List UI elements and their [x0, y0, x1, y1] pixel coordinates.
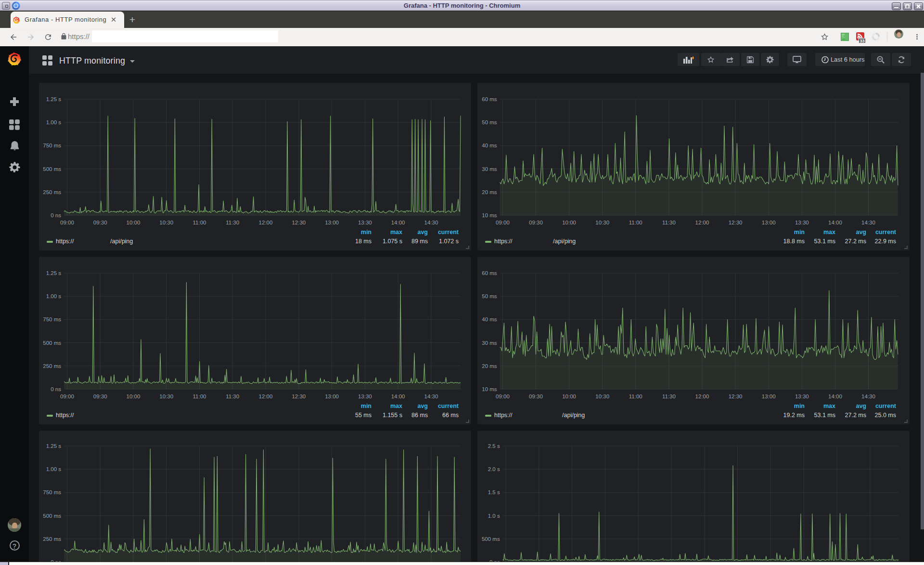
svg-text:09:00: 09:00 — [496, 394, 510, 399]
svg-text:12:30: 12:30 — [292, 394, 306, 399]
svg-text:30 ms: 30 ms — [482, 166, 497, 172]
svg-text:1.00 s: 1.00 s — [46, 466, 62, 472]
svg-text:10:00: 10:00 — [127, 394, 141, 399]
svg-text:11:00: 11:00 — [629, 394, 642, 399]
svg-text:500 ms: 500 ms — [482, 536, 500, 541]
svg-text:500 ms: 500 ms — [43, 340, 61, 346]
svg-text:1.0 s: 1.0 s — [488, 512, 500, 518]
svg-text:09:30: 09:30 — [93, 394, 107, 399]
svg-text:14:30: 14:30 — [861, 394, 875, 399]
svg-text:12:00: 12:00 — [695, 394, 709, 399]
svg-text:13:00: 13:00 — [762, 220, 776, 225]
svg-text:1.5 s: 1.5 s — [488, 489, 500, 495]
svg-text:750 ms: 750 ms — [43, 316, 61, 322]
svg-text:09:30: 09:30 — [529, 220, 543, 225]
svg-text:13:30: 13:30 — [795, 394, 809, 399]
svg-text:10:00: 10:00 — [562, 220, 576, 225]
svg-text:10:30: 10:30 — [595, 394, 609, 399]
svg-text:14:30: 14:30 — [861, 220, 875, 225]
svg-text:13:00: 13:00 — [325, 394, 339, 399]
svg-text:60 ms: 60 ms — [482, 270, 497, 276]
svg-text:09:00: 09:00 — [60, 220, 74, 225]
svg-text:11:30: 11:30 — [226, 220, 239, 225]
svg-text:09:00: 09:00 — [60, 394, 74, 399]
svg-text:09:30: 09:30 — [529, 394, 543, 399]
svg-text:10:30: 10:30 — [159, 220, 173, 225]
svg-text:13:30: 13:30 — [358, 394, 372, 399]
svg-text:40 ms: 40 ms — [482, 316, 497, 322]
svg-text:0 ns: 0 ns — [51, 212, 61, 218]
svg-text:500 ms: 500 ms — [43, 512, 61, 518]
svg-text:12:00: 12:00 — [259, 394, 273, 399]
svg-text:250 ms: 250 ms — [43, 536, 61, 541]
svg-text:20 ms: 20 ms — [482, 363, 497, 369]
svg-text:12:30: 12:30 — [729, 394, 743, 399]
svg-text:11:30: 11:30 — [662, 220, 676, 225]
svg-text:14:00: 14:00 — [828, 394, 842, 399]
svg-text:500 ms: 500 ms — [43, 166, 61, 172]
svg-text:1.25 s: 1.25 s — [46, 443, 62, 449]
svg-text:60 ms: 60 ms — [482, 96, 497, 102]
svg-text:30 ms: 30 ms — [482, 340, 497, 346]
svg-text:12:30: 12:30 — [729, 220, 743, 225]
svg-text:11:00: 11:00 — [193, 220, 206, 225]
svg-text:11:30: 11:30 — [226, 394, 239, 399]
svg-text:250 ms: 250 ms — [43, 363, 61, 369]
svg-text:14:00: 14:00 — [391, 394, 405, 399]
svg-text:14:30: 14:30 — [424, 220, 438, 225]
svg-text:750 ms: 750 ms — [43, 489, 61, 495]
svg-text:20 ms: 20 ms — [482, 189, 497, 195]
svg-text:0 ns: 0 ns — [51, 386, 61, 392]
svg-text:10 ms: 10 ms — [482, 212, 497, 218]
svg-text:2.5 s: 2.5 s — [488, 443, 500, 449]
svg-text:14:30: 14:30 — [424, 394, 438, 399]
svg-text:40 ms: 40 ms — [482, 143, 497, 148]
svg-text:12:00: 12:00 — [695, 220, 709, 225]
svg-text:1.25 s: 1.25 s — [46, 96, 62, 102]
svg-text:1.00 s: 1.00 s — [46, 293, 62, 299]
svg-text:50 ms: 50 ms — [482, 293, 497, 299]
svg-text:750 ms: 750 ms — [43, 143, 61, 148]
svg-text:10:30: 10:30 — [159, 394, 173, 399]
svg-text:11:30: 11:30 — [662, 394, 676, 399]
svg-text:11:00: 11:00 — [629, 220, 642, 225]
svg-text:13:00: 13:00 — [325, 220, 339, 225]
svg-text:11:00: 11:00 — [193, 394, 206, 399]
svg-text:14:00: 14:00 — [391, 220, 405, 225]
svg-text:1.25 s: 1.25 s — [46, 270, 62, 276]
svg-text:14:00: 14:00 — [828, 220, 842, 225]
svg-text:13:30: 13:30 — [358, 220, 372, 225]
svg-text:1.00 s: 1.00 s — [46, 119, 62, 125]
svg-text:10 ms: 10 ms — [482, 386, 497, 392]
svg-text:2.0 s: 2.0 s — [488, 466, 500, 472]
svg-text:10:00: 10:00 — [127, 220, 141, 225]
svg-text:13:00: 13:00 — [762, 394, 776, 399]
svg-text:250 ms: 250 ms — [43, 189, 61, 195]
svg-text:09:30: 09:30 — [93, 220, 107, 225]
svg-text:10:00: 10:00 — [562, 394, 576, 399]
svg-text:10:30: 10:30 — [595, 220, 609, 225]
svg-text:13:30: 13:30 — [795, 220, 809, 225]
svg-text:09:00: 09:00 — [496, 220, 510, 225]
svg-text:50 ms: 50 ms — [482, 119, 497, 125]
svg-text:12:00: 12:00 — [259, 220, 273, 225]
svg-text:12:30: 12:30 — [292, 220, 306, 225]
